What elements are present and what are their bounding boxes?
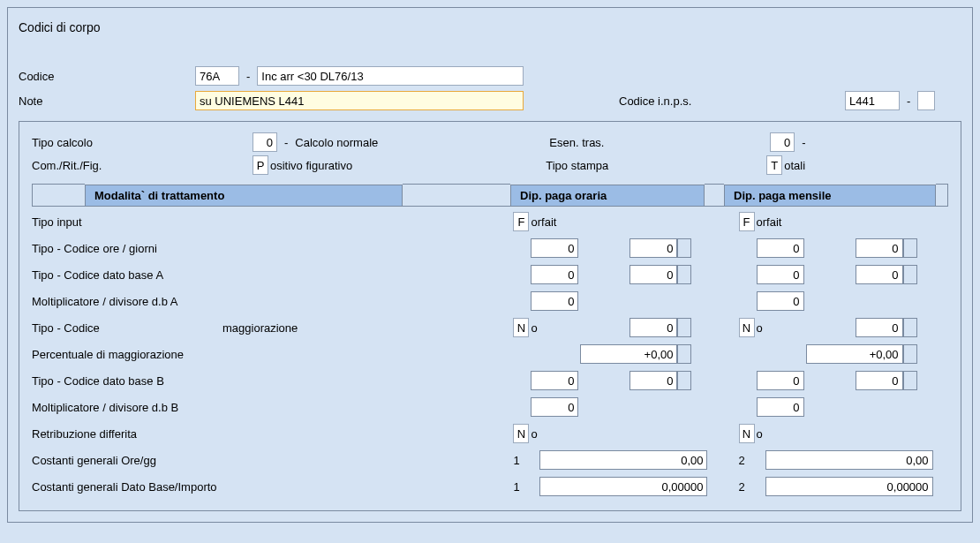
mensile-tipo-input-prefix[interactable] [739, 212, 755, 231]
mensile-magg-prefix[interactable] [739, 318, 755, 337]
lookup-btn[interactable] [903, 318, 917, 337]
lookup-btn[interactable] [677, 371, 691, 390]
inps-input[interactable] [845, 91, 900, 110]
oraria-molt-b[interactable]: 0 [531, 397, 578, 417]
tab-oraria[interactable]: Dip. paga oraria [510, 185, 705, 207]
mensile-cost-dato-val[interactable]: 0,00000 [765, 477, 933, 496]
mensile-magg-desc: o [757, 321, 856, 335]
oraria-baseA-1[interactable]: 0 [531, 265, 578, 284]
oraria-ore-2[interactable]: 0 [629, 238, 677, 258]
mensile-cost-dato-code: 2 [739, 480, 765, 494]
row-note: Note Codice i.n.p.s. - [19, 91, 961, 110]
oraria-baseA-2[interactable]: 0 [629, 265, 677, 284]
lookup-btn[interactable] [903, 265, 917, 284]
mensile-molt-a[interactable]: 0 [757, 291, 804, 311]
oraria-cost-dato-val[interactable]: 0,00000 [539, 477, 707, 496]
label-cost-ore: Costanti generali Ore/gg [32, 454, 513, 467]
oraria-cost-dato-code: 1 [513, 480, 539, 494]
mensile-molt-b[interactable]: 0 [757, 397, 804, 417]
oraria-retr-desc: o [531, 427, 537, 441]
lookup-btn[interactable] [903, 371, 917, 390]
mensile-perc[interactable]: +0,00 [806, 344, 903, 364]
oraria-tipo-input-desc: orfait [531, 215, 556, 229]
codice-desc-input[interactable] [257, 66, 524, 86]
mensile-magg-val[interactable]: 0 [856, 318, 903, 337]
codice-input[interactable] [195, 66, 239, 86]
label-note: Note [19, 94, 195, 108]
label-retr-diff: Retribuzione differita [32, 427, 513, 441]
tab-stub-mid2 [705, 184, 724, 207]
tab-modalita[interactable]: Modalita` di trattamento [85, 185, 403, 207]
lookup-btn[interactable] [677, 344, 691, 364]
lookup-btn[interactable] [677, 238, 691, 258]
oraria-magg-desc: o [531, 321, 629, 335]
row-com-rit-fig: Com./Rit./Fig. ositivo figurativo Tipo s… [32, 154, 948, 177]
mensile-retr-prefix[interactable] [739, 424, 755, 443]
label-esen-tras: Esen. tras. [549, 136, 770, 149]
mensile-cost-ore-val[interactable]: 0,00 [765, 450, 933, 470]
row-codice: Codice - [19, 66, 961, 86]
mensile-baseB-2[interactable]: 0 [856, 371, 903, 390]
oraria-magg-prefix[interactable] [513, 318, 529, 337]
grid: Tipo input orfait orfait Tipo - Codice o… [32, 208, 948, 500]
label-tipo-cod-base-b: Tipo - Codice dato base B [32, 374, 513, 388]
com-rit-fig-prefix[interactable] [253, 155, 268, 175]
label-molt-div-b: Moltiplicatore / divisore d.b B [32, 401, 513, 414]
esen-tras-code[interactable] [770, 132, 795, 152]
mensile-ore-2[interactable]: 0 [856, 238, 903, 258]
tipo-stampa-prefix[interactable] [766, 155, 782, 175]
oraria-cost-ore-val[interactable]: 0,00 [539, 450, 707, 470]
tipo-calcolo-code[interactable] [253, 132, 277, 152]
oraria-cost-ore-code: 1 [513, 454, 539, 467]
label-cost-dato: Costanti generali Dato Base/Importo [32, 480, 513, 494]
row-tipo-calcolo: Tipo calcolo - Calcolo normale Esen. tra… [32, 131, 948, 154]
oraria-perc[interactable]: +0,00 [580, 344, 677, 364]
inps-sub-input[interactable] [917, 91, 935, 110]
lookup-btn[interactable] [903, 238, 917, 258]
dash: - [239, 70, 257, 83]
lookup-btn[interactable] [903, 344, 917, 364]
panel-codici-di-corpo: Codici di corpo Codice - Note Codice i.n… [7, 7, 973, 523]
mensile-ore-1[interactable]: 0 [757, 238, 804, 258]
oraria-tipo-input-prefix[interactable] [513, 212, 529, 231]
oraria-baseB-1[interactable]: 0 [531, 371, 578, 390]
label-tipo-cod-magg-1: Tipo - Codice [32, 321, 222, 335]
oraria-ore-1[interactable]: 0 [531, 238, 578, 258]
inner-panel: Tipo calcolo - Calcolo normale Esen. tra… [19, 121, 961, 511]
panel-title: Codici di corpo [19, 20, 961, 34]
oraria-magg-val[interactable]: 0 [629, 318, 677, 337]
oraria-molt-a[interactable]: 0 [531, 291, 578, 311]
label-tipo-stampa: Tipo stampa [546, 159, 766, 172]
lookup-btn[interactable] [677, 265, 691, 284]
mensile-baseA-1[interactable]: 0 [757, 265, 804, 284]
oraria-retr-prefix[interactable] [513, 424, 529, 443]
label-tipo-cod-ore: Tipo - Codice ore / giorni [32, 242, 513, 255]
label-tipo-input: Tipo input [32, 215, 513, 229]
label-codice: Codice [19, 70, 195, 83]
tabs-row: Modalita` di trattamento Dip. paga orari… [32, 182, 948, 208]
mensile-retr-desc: o [757, 427, 763, 441]
note-input[interactable] [195, 91, 524, 110]
label-inps: Codice i.n.p.s. [619, 94, 845, 108]
label-tipo-cod-magg-2: maggiorazione [222, 321, 298, 335]
tab-stub-mid [403, 184, 510, 207]
mensile-tipo-input-desc: orfait [757, 215, 782, 229]
tab-mensile[interactable]: Dip. paga mensile [724, 185, 936, 207]
mensile-baseA-2[interactable]: 0 [856, 265, 903, 284]
tipo-stampa-desc: otali [784, 159, 805, 172]
label-perc-magg: Percentuale di maggiorazione [32, 348, 513, 361]
oraria-baseB-2[interactable]: 0 [629, 371, 677, 390]
dash: - [900, 94, 917, 108]
label-molt-div-a: Moltiplicatore / divisore d.b A [32, 295, 513, 308]
tipo-calcolo-desc: Calcolo normale [295, 136, 549, 149]
mensile-cost-ore-code: 2 [739, 454, 765, 467]
lookup-btn[interactable] [677, 318, 691, 337]
tab-stub-right [936, 184, 948, 207]
com-rit-fig-desc: ositivo figurativo [270, 159, 352, 172]
tab-stub-left[interactable] [32, 184, 85, 207]
mensile-baseB-1[interactable]: 0 [757, 371, 804, 390]
label-tipo-cod-base-a: Tipo - Codice dato base A [32, 268, 513, 282]
label-com-rit-fig: Com./Rit./Fig. [32, 159, 253, 172]
label-tipo-calcolo: Tipo calcolo [32, 136, 253, 149]
